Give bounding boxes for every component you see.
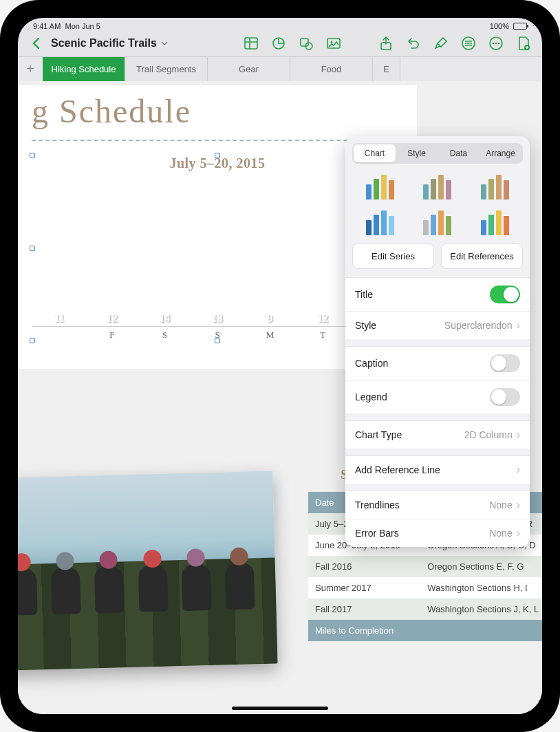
popover-tab-arrange[interactable]: Arrange <box>480 144 521 162</box>
option-chart-type[interactable]: Chart Type 2D Column› <box>345 421 530 449</box>
more-icon[interactable] <box>488 36 504 51</box>
status-time: 9:41 AM <box>33 22 61 30</box>
insert-chart-icon[interactable] <box>271 36 286 51</box>
option-caption[interactable]: Caption <box>345 347 530 380</box>
tab-hiking-schedule[interactable]: Hiking Schedule <box>43 57 125 81</box>
share-icon[interactable] <box>378 36 394 51</box>
table-cell[interactable]: Washington Sections H, I <box>420 577 542 599</box>
person-silhouette <box>18 568 37 616</box>
sheet-tabs: + Hiking Schedule Trail Segments Gear Fo… <box>18 56 542 81</box>
bar-value-label: 12 <box>91 312 134 325</box>
photo-image[interactable] <box>18 471 278 671</box>
chart-style-6[interactable] <box>471 208 519 235</box>
tab-partial[interactable]: E <box>373 57 400 81</box>
table-row[interactable]: Fall 2016Oregon Sections E, F, G <box>308 556 542 577</box>
popover-tab-chart[interactable]: Chart <box>354 144 396 162</box>
x-axis-label <box>38 330 81 341</box>
svg-rect-2 <box>301 39 308 46</box>
option-error-bars[interactable]: Error Bars None› <box>345 519 530 547</box>
insert-shape-icon[interactable] <box>299 36 314 51</box>
x-axis-label: T <box>301 330 345 341</box>
edit-series-button[interactable]: Edit Series <box>352 244 434 269</box>
tab-food[interactable]: Food <box>290 57 373 81</box>
canvas[interactable]: g Schedule July 5–20, 2015 1112141391213… <box>18 81 542 714</box>
title-toggle[interactable] <box>490 286 520 303</box>
insert-table-icon[interactable] <box>244 36 259 51</box>
popover-tabs: Chart Style Data Arrange <box>352 143 523 164</box>
option-title[interactable]: Title <box>345 278 530 312</box>
home-indicator[interactable] <box>232 707 328 710</box>
organize-icon[interactable] <box>461 36 476 51</box>
popover-caret <box>443 136 455 137</box>
battery-pct: 100% <box>490 22 509 30</box>
svg-point-5 <box>331 41 333 43</box>
person-silhouette <box>94 566 125 613</box>
selection-handle[interactable] <box>215 153 220 158</box>
selection-handle[interactable] <box>30 153 35 158</box>
back-button[interactable] <box>29 36 44 51</box>
battery-icon <box>513 23 527 30</box>
chart-style-2[interactable] <box>413 172 461 200</box>
x-axis-label: M <box>248 330 292 341</box>
option-style[interactable]: Style Superclarendon› <box>345 312 530 339</box>
chart-style-4[interactable] <box>356 208 404 235</box>
table-cell[interactable]: Summer 2017 <box>308 577 420 599</box>
chart-style-1[interactable] <box>356 172 404 200</box>
chevron-right-icon: › <box>517 499 520 511</box>
chevron-right-icon: › <box>517 464 520 476</box>
format-popover: Chart Style Data Arrange Edit Series <box>345 136 530 547</box>
table-cell[interactable]: Washington Sections J, K, L <box>420 599 542 620</box>
table-cell[interactable]: Fall 2016 <box>308 556 420 577</box>
chevron-right-icon: › <box>517 429 520 441</box>
toolbar: Scenic Pacific Trails <box>18 32 542 56</box>
person-silhouette <box>51 567 81 614</box>
insert-media-icon[interactable] <box>326 36 341 51</box>
bar-value-label: 12 <box>301 312 345 325</box>
chart-style-swatches <box>345 169 530 244</box>
table-cell[interactable]: Oregon Sections E, F, G <box>420 556 542 577</box>
caption-toggle[interactable] <box>490 354 520 372</box>
table-row[interactable]: Summer 2017Washington Sections H, I <box>308 577 542 599</box>
x-axis-label: S <box>143 330 186 341</box>
tab-gear[interactable]: Gear <box>208 57 290 81</box>
person-silhouette <box>138 565 168 612</box>
page-title[interactable]: g Schedule <box>32 92 403 130</box>
svg-rect-0 <box>245 38 257 49</box>
svg-point-11 <box>498 43 499 44</box>
chevron-down-icon <box>161 40 168 47</box>
legend-toggle[interactable] <box>490 388 520 406</box>
option-legend[interactable]: Legend <box>345 380 530 413</box>
selection-handle[interactable] <box>30 338 35 343</box>
x-axis-label: F <box>91 330 134 341</box>
bar-value-label: 14 <box>143 312 186 325</box>
popover-tab-style[interactable]: Style <box>396 144 438 162</box>
format-paintbrush-icon[interactable] <box>433 36 449 51</box>
chevron-right-icon: › <box>517 527 520 539</box>
status-date: Mon Jun 5 <box>65 22 100 30</box>
person-silhouette <box>182 563 212 611</box>
bar-value-label: 11 <box>38 312 81 325</box>
selection-handle[interactable] <box>215 338 220 343</box>
popover-tab-data[interactable]: Data <box>438 144 480 162</box>
tab-trail-segments[interactable]: Trail Segments <box>125 57 208 81</box>
option-add-reference-line[interactable]: Add Reference Line › <box>345 456 530 484</box>
add-sheet-button[interactable]: + <box>18 61 43 77</box>
table-footer[interactable]: Miles to Completion <box>308 620 542 641</box>
chart-style-5[interactable] <box>413 208 461 235</box>
edit-references-button[interactable]: Edit References <box>441 244 523 269</box>
chevron-right-icon: › <box>517 319 520 332</box>
status-bar: 9:41 AM Mon Jun 5 ⋯ 100% <box>18 18 542 32</box>
chart-style-3[interactable] <box>471 172 519 200</box>
undo-icon[interactable] <box>406 36 421 51</box>
new-sheet-icon[interactable] <box>516 36 531 51</box>
bar-value-label: 9 <box>248 312 292 325</box>
selection-handle[interactable] <box>30 246 35 251</box>
document-title[interactable]: Scenic Pacific Trails <box>51 37 168 50</box>
table-cell[interactable]: Fall 2017 <box>308 599 420 620</box>
svg-point-10 <box>495 43 497 44</box>
table-row[interactable]: Fall 2017Washington Sections J, K, L <box>308 599 542 620</box>
option-trendlines[interactable]: Trendlines None› <box>345 491 530 519</box>
person-silhouette <box>225 562 255 610</box>
bar-value-label: 13 <box>196 312 239 325</box>
svg-point-9 <box>493 43 494 44</box>
